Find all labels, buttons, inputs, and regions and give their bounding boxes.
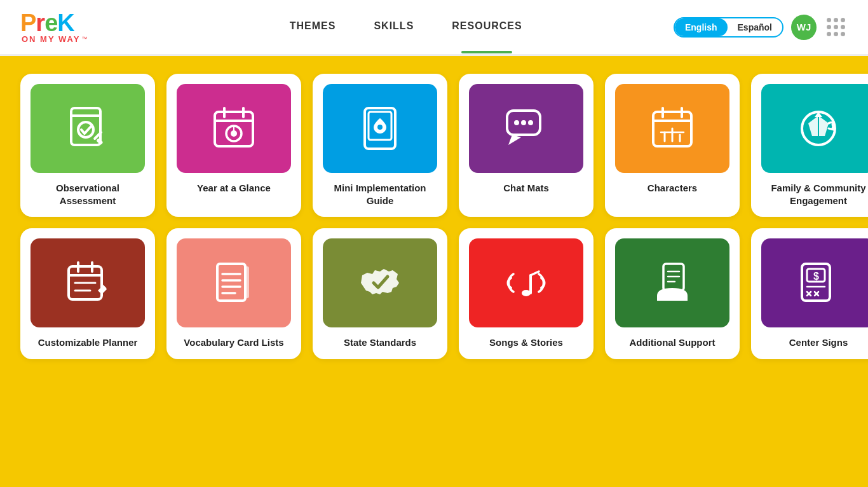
- card-mini-implementation-guide[interactable]: Mini Implementation Guide: [313, 74, 447, 217]
- avatar[interactable]: WJ: [791, 15, 817, 40]
- main-content: Observational Assessment Year at a Glanc…: [0, 56, 868, 380]
- svg-marker-16: [508, 135, 521, 145]
- svg-rect-32: [217, 264, 245, 301]
- card-icon-vocabulary-card-lists: [177, 238, 291, 327]
- header: PreK ON MY WAY™ THEMES SKILLS RESOURCES …: [0, 0, 868, 56]
- card-icon-mini-implementation-guide: [323, 84, 437, 173]
- card-label-customizable-planner: Customizable Planner: [38, 336, 138, 349]
- card-label-vocabulary-card-lists: Vocabulary Card Lists: [184, 336, 283, 349]
- main-nav: THEMES SKILLS RESOURCES: [138, 20, 674, 34]
- card-label-characters: Characters: [648, 182, 697, 195]
- card-label-observational-assessment: Observational Assessment: [31, 182, 145, 207]
- card-observational-assessment[interactable]: Observational Assessment: [20, 74, 155, 217]
- nav-skills[interactable]: SKILLS: [374, 20, 414, 34]
- card-icon-songs-stories: [469, 238, 583, 327]
- grid-menu-button[interactable]: [824, 15, 848, 39]
- svg-point-19: [528, 120, 533, 125]
- card-label-songs-stories: Songs & Stories: [489, 336, 563, 349]
- espanol-button[interactable]: Español: [728, 18, 782, 36]
- card-label-family-community-engagement: Family & Community Engagement: [761, 182, 868, 207]
- card-year-at-a-glance[interactable]: Year at a Glance: [166, 74, 301, 217]
- card-icon-observational-assessment: [31, 84, 145, 173]
- card-vocabulary-card-lists[interactable]: Vocabulary Card Lists: [166, 228, 301, 359]
- card-state-standards[interactable]: State Standards: [313, 228, 447, 359]
- card-label-additional-support: Additional Support: [630, 336, 715, 349]
- card-label-center-signs: Center Signs: [789, 336, 848, 349]
- card-additional-support[interactable]: Additional Support: [605, 228, 740, 359]
- svg-point-14: [377, 125, 383, 130]
- card-icon-characters: [615, 84, 729, 173]
- svg-point-38: [522, 290, 531, 296]
- card-icon-family-community-engagement: [761, 84, 868, 173]
- card-chat-mats[interactable]: Chat Mats: [459, 74, 593, 217]
- svg-text:$: $: [813, 271, 819, 282]
- header-right: English Español WJ: [674, 15, 848, 40]
- card-icon-year-at-a-glance: [177, 84, 291, 173]
- svg-point-18: [521, 120, 526, 125]
- svg-line-40: [531, 271, 539, 275]
- card-icon-additional-support: [615, 238, 729, 327]
- card-characters[interactable]: Characters: [605, 74, 740, 217]
- language-switcher: English Español: [674, 17, 783, 38]
- english-button[interactable]: English: [675, 18, 728, 36]
- card-icon-customizable-planner: [31, 238, 145, 327]
- svg-point-17: [514, 120, 519, 125]
- svg-rect-0: [71, 108, 100, 145]
- card-songs-stories[interactable]: Songs & Stories: [459, 228, 593, 359]
- card-label-chat-mats: Chat Mats: [503, 182, 549, 195]
- card-icon-state-standards: [323, 238, 437, 327]
- resources-grid: Observational Assessment Year at a Glanc…: [20, 74, 848, 359]
- logo-subtitle: ON MY WAY: [22, 35, 80, 43]
- svg-rect-33: [245, 266, 249, 298]
- card-family-community-engagement[interactable]: Family & Community Engagement: [751, 74, 868, 217]
- card-customizable-planner[interactable]: Customizable Planner: [20, 228, 155, 359]
- card-label-year-at-a-glance: Year at a Glance: [197, 182, 271, 195]
- nav-themes[interactable]: THEMES: [290, 20, 336, 34]
- logo-text: PreK: [20, 11, 87, 35]
- card-label-mini-implementation-guide: Mini Implementation Guide: [323, 182, 437, 207]
- card-icon-chat-mats: [469, 84, 583, 173]
- card-label-state-standards: State Standards: [344, 336, 416, 349]
- logo[interactable]: PreK ON MY WAY™: [20, 11, 87, 43]
- card-icon-center-signs: $: [761, 238, 868, 327]
- nav-resources[interactable]: RESOURCES: [452, 20, 522, 34]
- card-center-signs[interactable]: $ Center Signs: [751, 228, 868, 359]
